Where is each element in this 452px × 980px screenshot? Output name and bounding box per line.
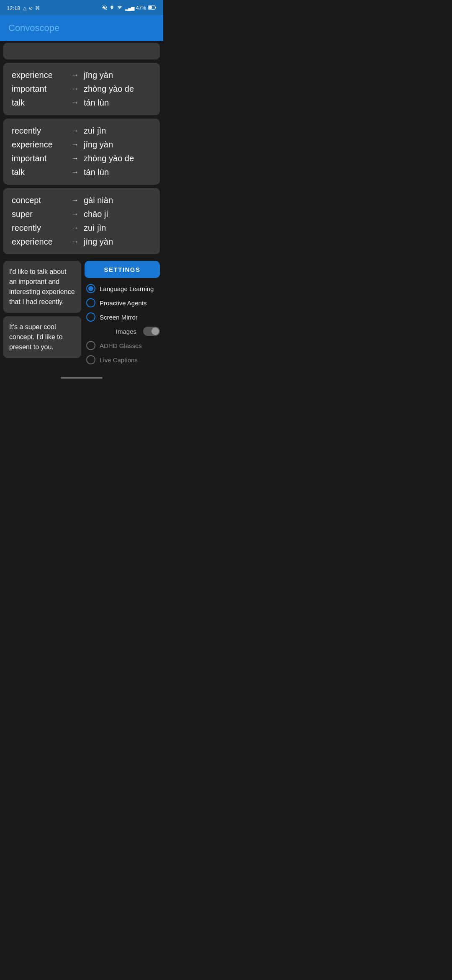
arrow-icon: → (71, 71, 79, 80)
word-pinyin: tán lùn (84, 168, 109, 177)
radio-adhd-glasses: ADHD Glasses (85, 341, 160, 350)
word-en: super (12, 209, 66, 219)
word-pinyin: tán lùn (84, 98, 109, 108)
translation-row: important → zhòng yào de (12, 154, 152, 163)
word-en: important (12, 154, 66, 163)
images-label: Images (86, 328, 136, 335)
arrow-icon: → (71, 98, 79, 107)
arrow-icon: → (71, 237, 79, 246)
battery-percentage: 47% (136, 5, 146, 11)
radio-screen-mirror[interactable]: Screen Mirror (85, 312, 160, 322)
translation-row: super → chāo jí (12, 209, 152, 219)
translation-row: experience → jīng yàn (12, 140, 152, 150)
nav-bar (0, 373, 163, 384)
text-panel-1: I'd like to talk about an important and … (3, 261, 81, 313)
wifi-icon (116, 5, 123, 11)
svg-rect-1 (155, 6, 157, 8)
time-display: 12:18 (7, 5, 21, 11)
radio-circle-language-learning (86, 284, 95, 293)
text-panel-1-content: I'd like to talk about an important and … (9, 268, 75, 305)
word-pinyin: gài niàn (84, 196, 113, 205)
arrow-icon: → (71, 140, 79, 149)
word-en: talk (12, 168, 66, 177)
translation-card-3: concept → gài niàn super → chāo jí recen… (3, 188, 160, 254)
radio-label-proactive-agents: Proactive Agents (100, 299, 147, 307)
word-en: important (12, 84, 66, 94)
svg-rect-2 (149, 6, 152, 9)
word-pinyin: zhòng yào de (84, 84, 134, 94)
arrow-icon: → (71, 224, 79, 232)
radio-label-language-learning: Language Learning (100, 285, 154, 292)
radio-circle-proactive-agents (86, 298, 95, 307)
arrow-icon: → (71, 196, 79, 205)
arrow-icon: → (71, 154, 79, 163)
settings-button[interactable]: SETTINGS (85, 261, 160, 278)
nav-indicator (61, 377, 103, 379)
translation-card-2: recently → zuì jìn experience → jīng yàn… (3, 119, 160, 185)
word-en: recently (12, 223, 66, 233)
status-right: ▂▄▆ 47% (102, 5, 157, 12)
translation-row: recently → zuì jìn (12, 126, 152, 136)
word-pinyin: jīng yàn (84, 70, 113, 80)
translation-card-partial (3, 43, 160, 59)
translation-row: experience → jīng yàn (12, 70, 152, 80)
arrow-icon: → (71, 126, 79, 135)
arrow-icon: → (71, 168, 79, 177)
app-title: Convoscope (8, 23, 59, 34)
radio-language-learning[interactable]: Language Learning (85, 284, 160, 293)
radio-circle-adhd-glasses (86, 341, 95, 350)
radio-label-adhd-glasses: ADHD Glasses (100, 342, 142, 349)
text-panels: I'd like to talk about an important and … (3, 261, 81, 369)
settings-panel: SETTINGS Language Learning Proactive Age… (85, 261, 160, 369)
word-pinyin: zhòng yào de (84, 154, 134, 163)
text-panel-2-content: It's a super cool concept. I'd like to p… (9, 323, 63, 351)
main-content: experience → jīng yàn important → zhòng … (0, 41, 163, 254)
status-left: 12:18 △ ⊘ ⌘ (7, 5, 40, 11)
images-row: Images (85, 327, 160, 336)
word-pinyin: jīng yàn (84, 237, 113, 247)
translation-card-1: experience → jīng yàn important → zhòng … (3, 63, 160, 115)
status-bar: 12:18 △ ⊘ ⌘ ▂▄▆ 47% (0, 0, 163, 15)
mute-icon (102, 5, 108, 12)
images-toggle[interactable] (143, 327, 160, 336)
word-pinyin: jīng yàn (84, 140, 113, 150)
word-pinyin: chāo jí (84, 209, 108, 219)
wechat-icon: ⌘ (35, 5, 40, 11)
app-bar: Convoscope (0, 15, 163, 41)
check-icon: ⊘ (29, 5, 33, 11)
translation-row: talk → tán lùn (12, 98, 152, 108)
radio-live-captions: Live Captions (85, 355, 160, 364)
translation-row: important → zhòng yào de (12, 84, 152, 94)
word-en: concept (12, 196, 66, 205)
signal-icon: ▂▄▆ (125, 5, 134, 11)
translation-row: recently → zuì jìn (12, 223, 152, 233)
word-en: talk (12, 98, 66, 108)
triangle-icon: △ (23, 5, 26, 11)
radio-label-screen-mirror: Screen Mirror (100, 314, 138, 321)
word-pinyin: zuì jìn (84, 223, 106, 233)
word-en: experience (12, 140, 66, 150)
arrow-icon: → (71, 210, 79, 219)
translation-row: concept → gài niàn (12, 196, 152, 205)
text-panel-2: It's a super cool concept. I'd like to p… (3, 316, 81, 358)
arrow-icon: → (71, 85, 79, 93)
battery-icon (148, 5, 157, 11)
radio-proactive-agents[interactable]: Proactive Agents (85, 298, 160, 307)
bottom-section: I'd like to talk about an important and … (0, 258, 163, 373)
word-en: recently (12, 126, 66, 136)
radio-circle-live-captions (86, 355, 95, 364)
word-en: experience (12, 70, 66, 80)
word-en: experience (12, 237, 66, 247)
word-pinyin: zuì jìn (84, 126, 106, 136)
translation-row: talk → tán lùn (12, 168, 152, 177)
location-icon (110, 5, 114, 12)
translation-row: experience → jīng yàn (12, 237, 152, 247)
radio-label-live-captions: Live Captions (100, 356, 138, 364)
radio-circle-screen-mirror (86, 312, 95, 322)
